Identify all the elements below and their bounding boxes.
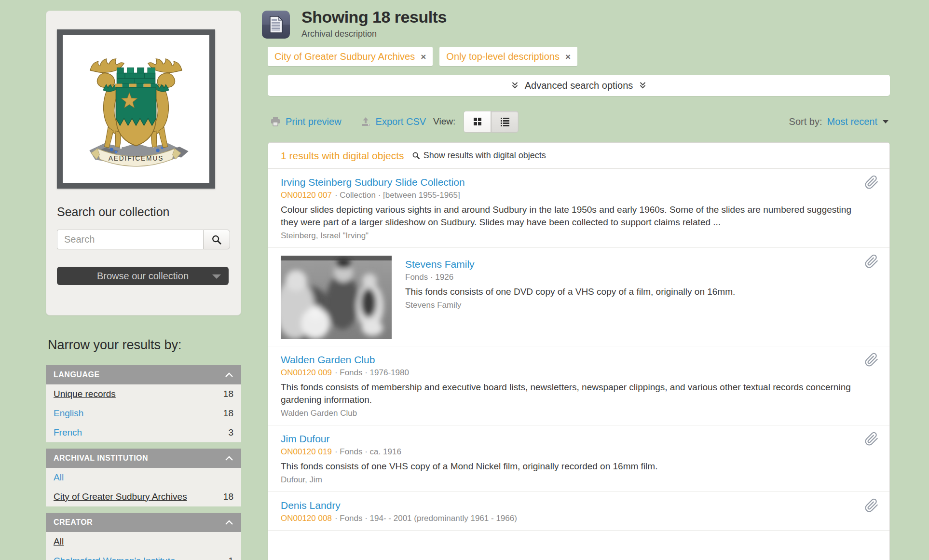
list-view-icon: [500, 117, 510, 126]
filter-tag-label: Only top-level descriptions: [446, 51, 560, 62]
search-icon: [412, 151, 420, 160]
shield: [116, 87, 156, 146]
result-row-irving-steinberg: Irving Steinberg Sudbury Slide Collectio…: [268, 169, 889, 248]
facet-title: LANGUAGE: [54, 370, 100, 379]
card-view-button[interactable]: [464, 111, 491, 133]
close-icon[interactable]: ×: [565, 52, 571, 61]
result-meta-text: · Fonds · 1976-1980: [335, 368, 409, 377]
facet-item-count: 3: [228, 427, 233, 438]
facet-item-label[interactable]: English: [54, 408, 83, 419]
show-digital-objects-label: Show results with digital objects: [424, 150, 546, 161]
result-description: This fonds consists of membership and ex…: [281, 381, 856, 406]
narrow-results-heading: Narrow your results by:: [48, 338, 241, 353]
result-creator: Steinberg, Israel "Irving": [281, 231, 856, 241]
paperclip-icon: [864, 254, 879, 269]
facet-item-english[interactable]: English 18: [46, 404, 241, 423]
digital-results-count: 1 results with digital objects: [281, 150, 404, 162]
facet-item-all-institutions[interactable]: All: [46, 468, 241, 487]
result-creator: Walden Garden Club: [281, 409, 856, 418]
show-digital-objects-link[interactable]: Show results with digital objects: [412, 150, 546, 161]
sidebar: AEDIFICEMUS Search our collection Browse…: [46, 11, 241, 560]
facet-item-all-creators[interactable]: All: [46, 532, 241, 551]
facet-item-sudbury-archives[interactable]: City of Greater Sudbury Archives 18: [46, 487, 241, 506]
facet-item-unique-records[interactable]: Unique records 18: [46, 384, 241, 404]
export-upload-icon: [360, 116, 371, 127]
results-panel: 1 results with digital objects Show resu…: [268, 142, 890, 560]
printer-icon: [270, 116, 281, 127]
coat-of-arms-logo: AEDIFICEMUS: [57, 29, 215, 189]
facet-item-label[interactable]: All: [54, 472, 64, 483]
filter-tag-institution: City of Greater Sudbury Archives ×: [268, 47, 433, 66]
result-row-denis-landry: Denis Landry ON00120 008· Fonds · 194- -…: [268, 492, 889, 531]
result-reference: ON00120 019: [281, 447, 332, 456]
search-button[interactable]: [203, 230, 230, 249]
archival-description-icon: [262, 11, 290, 39]
result-description: This fonds consists of one DVD copy of a…: [405, 286, 856, 298]
browse-collection-label: Browse our collection: [97, 271, 189, 282]
facet-creator-header[interactable]: CREATOR: [46, 513, 241, 532]
torse: [115, 83, 157, 87]
result-title[interactable]: Jim Dufour: [281, 433, 856, 445]
facet-title: CREATOR: [54, 518, 93, 527]
advanced-search-label: Advanced search options: [525, 80, 633, 91]
paperclip-icon: [864, 498, 879, 513]
facet-item-count: 18: [223, 491, 233, 503]
page-subtitle: Archival description: [301, 29, 377, 39]
facet-language: LANGUAGE Unique records 18 English 18 Fr…: [46, 365, 241, 442]
facet-item-count: 1: [228, 555, 233, 560]
result-row-stevens-family: Stevens Family Fonds · 1926 This fonds c…: [268, 248, 889, 346]
facet-item-label[interactable]: Chelmsford Women's Institute: [54, 555, 175, 560]
facet-item-label[interactable]: All: [54, 536, 64, 547]
result-reference: ON00120 008: [281, 514, 332, 523]
result-description: This fonds consists of one VHS copy of a…: [281, 460, 856, 473]
chevron-double-down-icon: [511, 81, 519, 90]
result-row-jim-dufour: Jim Dufour ON00120 019· Fonds · ca. 1916…: [268, 425, 889, 492]
print-preview-link[interactable]: Print preview: [286, 116, 342, 127]
facet-item-label[interactable]: City of Greater Sudbury Archives: [54, 491, 187, 503]
facet-item-label[interactable]: French: [54, 427, 82, 438]
results-toolbar: Print preview Export CSV View:: [268, 110, 890, 133]
facet-item-count: 18: [223, 408, 233, 419]
facet-title: ARCHIVAL INSTITUTION: [54, 454, 148, 463]
result-title[interactable]: Irving Steinberg Sudbury Slide Collectio…: [281, 177, 856, 188]
result-title[interactable]: Denis Landry: [281, 500, 856, 511]
stevens-family-still: [281, 256, 392, 339]
result-description: Colour slides depicting various sights i…: [281, 204, 856, 229]
paperclip-icon: [864, 353, 879, 367]
result-meta-text: Fonds · 1926: [405, 273, 453, 282]
facet-item-french[interactable]: French 3: [46, 423, 241, 442]
list-view-button[interactable]: [491, 111, 519, 133]
result-meta-text: · Fonds · 194- - 2001 (predominantly 196…: [335, 514, 517, 523]
chevron-up-icon: [225, 519, 233, 525]
close-icon[interactable]: ×: [421, 52, 426, 61]
facet-creator: CREATOR All Chelmsford Women's Institute…: [46, 513, 241, 560]
result-reference: ON00120 007: [281, 191, 332, 200]
advanced-search-toggle[interactable]: Advanced search options: [268, 75, 890, 96]
filter-tags: City of Greater Sudbury Archives × Only …: [268, 47, 577, 66]
result-title[interactable]: Stevens Family: [405, 259, 856, 270]
results-panel-header: 1 results with digital objects Show resu…: [268, 143, 889, 169]
paperclip-icon: [864, 175, 879, 190]
result-meta-text: · Fonds · ca. 1916: [335, 447, 401, 456]
grid-view-icon: [473, 117, 482, 126]
search-icon: [211, 234, 222, 245]
result-title[interactable]: Walden Garden Club: [281, 354, 856, 366]
mural-crown: [117, 68, 155, 83]
result-meta: ON00120 007· Collection · [between 1955-…: [281, 191, 856, 200]
facet-item-chelmsford[interactable]: Chelmsford Women's Institute 1: [46, 551, 241, 560]
coat-of-arms-image: AEDIFICEMUS: [63, 35, 209, 183]
facet-item-count: 18: [223, 388, 233, 400]
result-meta: ON00120 009· Fonds · 1976-1980: [281, 368, 856, 378]
export-csv-link[interactable]: Export CSV: [376, 116, 426, 127]
browse-collection-button[interactable]: Browse our collection: [57, 267, 229, 285]
facet-language-header[interactable]: LANGUAGE: [46, 365, 241, 384]
motto-text: AEDIFICEMUS: [109, 154, 164, 162]
sort-by-value[interactable]: Most recent: [827, 116, 877, 127]
sort-by-label: Sort by:: [789, 116, 822, 127]
facet-archival-institution-header[interactable]: ARCHIVAL INSTITUTION: [46, 449, 241, 468]
caret-down-icon[interactable]: [882, 120, 889, 124]
facet-item-label[interactable]: Unique records: [54, 388, 116, 400]
search-input[interactable]: [57, 230, 203, 249]
result-thumbnail[interactable]: [281, 256, 392, 339]
result-creator: Stevens Family: [405, 300, 856, 310]
